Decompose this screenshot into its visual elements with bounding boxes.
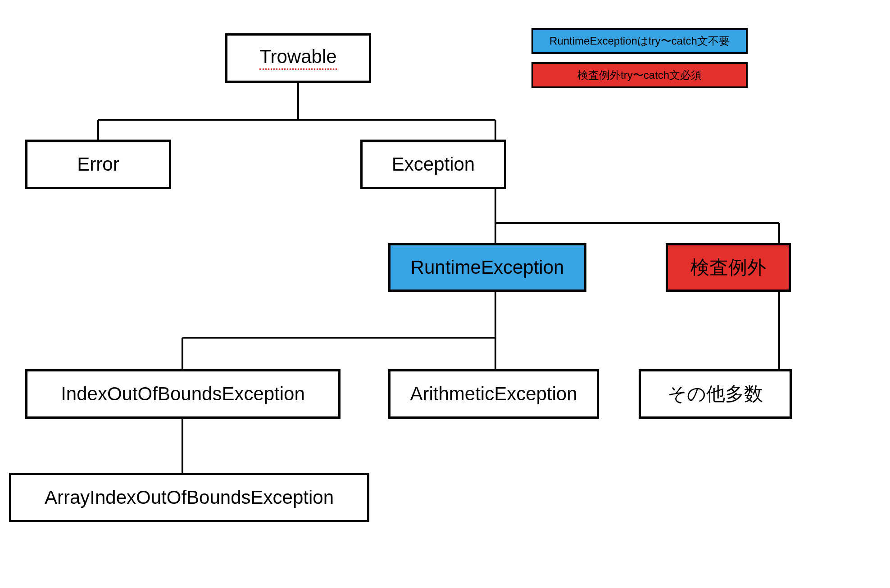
- node-checked-label: 検査例外: [690, 255, 766, 280]
- legend-checked-text: 検査例外try〜catch文必須: [577, 68, 702, 82]
- node-index-out-of-bounds: IndexOutOfBoundsException: [25, 369, 341, 419]
- node-others-label: その他多数: [668, 381, 763, 407]
- node-arithmetic-exception: ArithmeticException: [388, 369, 599, 419]
- node-array-index-out-of-bounds: ArrayIndexOutOfBoundsException: [9, 473, 369, 522]
- diagram-canvas: RuntimeExceptionはtry〜catch文不要 検査例外try〜ca…: [0, 0, 890, 588]
- node-throwable-label: Trowable: [259, 46, 336, 69]
- node-arith-label: ArithmeticException: [410, 383, 577, 405]
- node-checked-exception: 検査例外: [666, 243, 791, 292]
- legend-runtime-text: RuntimeExceptionはtry〜catch文不要: [549, 34, 730, 48]
- node-runtime-label: RuntimeException: [411, 257, 564, 278]
- node-error: Error: [25, 140, 171, 189]
- node-exception-label: Exception: [392, 154, 475, 175]
- legend-checked: 検査例外try〜catch文必須: [531, 62, 748, 88]
- node-error-label: Error: [77, 154, 119, 175]
- node-others: その他多数: [639, 369, 792, 419]
- node-runtime-exception: RuntimeException: [388, 243, 586, 292]
- node-aioob-label: ArrayIndexOutOfBoundsException: [45, 487, 334, 508]
- legend-runtime: RuntimeExceptionはtry〜catch文不要: [531, 28, 748, 54]
- node-ioob-label: IndexOutOfBoundsException: [61, 383, 305, 405]
- node-throwable: Trowable: [225, 33, 371, 83]
- node-exception: Exception: [360, 140, 506, 189]
